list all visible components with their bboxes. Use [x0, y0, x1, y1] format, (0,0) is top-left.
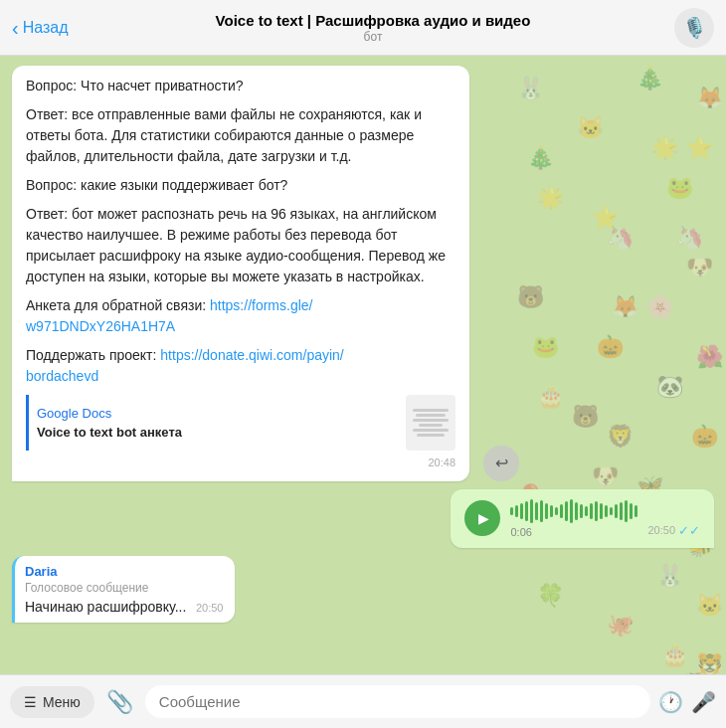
daria-sender-name: Daria: [25, 564, 223, 579]
waveform: 0:06: [510, 499, 637, 538]
chat-subtitle: бот: [72, 30, 674, 44]
bot-text-q2: Вопрос: какие языки поддерживает бот?: [26, 175, 455, 196]
daria-reply-bubble: Daria Голосовое сообщение Начинаю расшиф…: [12, 556, 235, 623]
attach-button[interactable]: 📎: [102, 685, 137, 719]
docs-card-content: Google Docs Voice to text bot анкета: [37, 404, 398, 443]
bottom-right-icons: 🕐 🎤: [658, 690, 716, 714]
forward-icon: ↩: [495, 454, 508, 472]
header-center: Voice to text | Расшифровка аудио и виде…: [72, 12, 674, 44]
voice-timestamp: 20:50 ✓✓: [647, 523, 700, 538]
bg-deco-icon: 🐼: [537, 672, 564, 674]
forward-button[interactable]: ↩: [483, 446, 519, 481]
bot-avatar[interactable]: 🎙️: [674, 8, 714, 48]
play-button[interactable]: ▶: [464, 500, 500, 536]
bot-bubble: Вопрос: Что насчет приватности? Ответ: в…: [12, 66, 469, 481]
bot-text-support: Поддержать проект: https://donate.qiwi.c…: [26, 345, 455, 387]
voice-message-bubble: ▶ 0:06 20:50 ✓✓: [451, 489, 714, 548]
bot-message-row: Вопрос: Что насчет приватности? Ответ: в…: [12, 66, 714, 481]
voice-duration: 0:06: [510, 526, 637, 538]
play-icon: ▶: [478, 510, 489, 526]
chat-area: 🐰🐱🎄⭐🌟🦄🐸🦊🐻🎃🌸🐶🎂🦁🐼🌺🎈🐯🦋🐝🍀🐙🐰🐱🎄⭐🌟🦄🐸🦊🐻🎃🌸🐶🎂🦁🐼🌺🎈🐯…: [0, 56, 726, 674]
bottom-bar: ☰ Меню 📎 🕐 🎤: [0, 674, 726, 728]
back-label: Назад: [23, 19, 69, 37]
bot-text-form: Анкета для обратной связи: https://forms…: [26, 295, 455, 337]
menu-label: Меню: [43, 694, 81, 710]
docs-title: Voice to text bot анкета: [37, 423, 398, 443]
hamburger-icon: ☰: [24, 694, 37, 710]
bg-deco-icon: 🎂: [661, 642, 688, 668]
header: ‹ Назад Voice to text | Расшифровка ауди…: [0, 0, 726, 56]
clock-icon[interactable]: 🕐: [658, 690, 683, 714]
voice-time-label: 20:50: [647, 524, 675, 536]
back-button[interactable]: ‹ Назад: [12, 18, 72, 38]
form-link[interactable]: https://forms.gle/w971DNDxY26HA1H7A: [26, 297, 313, 334]
back-chevron-icon: ‹: [12, 18, 19, 38]
bg-deco-icon: 🦁: [681, 672, 708, 674]
mic-icon: 🎙️: [682, 16, 707, 40]
bot-text-a1: Ответ: все отправленные вами файлы не со…: [26, 104, 455, 167]
bg-deco-icon: 🐯: [696, 652, 723, 674]
google-docs-card[interactable]: Google Docs Voice to text bot анкета: [26, 395, 455, 451]
message-input[interactable]: [145, 685, 650, 718]
donate-link[interactable]: https://donate.qiwi.com/payin/bordachevd: [26, 347, 344, 384]
paperclip-icon: 📎: [106, 689, 133, 714]
bot-timestamp: 20:48: [26, 455, 455, 471]
daria-message-text: Начинаю расшифровку...: [25, 599, 186, 615]
bot-text-q1: Вопрос: Что насчет приватности?: [26, 76, 455, 96]
bot-text-a2: Ответ: бот может распознать речь на 96 я…: [26, 204, 455, 287]
waveform-bars: [510, 499, 637, 523]
mic-input-icon[interactable]: 🎤: [691, 690, 716, 714]
docs-thumbnail: [406, 395, 455, 451]
daria-quoted-text: Голосовое сообщение: [25, 581, 223, 595]
daria-timestamp: 20:50: [196, 602, 224, 614]
menu-button[interactable]: ☰ Меню: [10, 686, 94, 718]
messages-container: Вопрос: Что насчет приватности? Ответ: в…: [0, 56, 726, 633]
chat-title: Voice to text | Расшифровка аудио и виде…: [72, 12, 674, 30]
read-checkmarks: ✓✓: [678, 523, 700, 538]
docs-provider: Google Docs: [37, 404, 398, 424]
